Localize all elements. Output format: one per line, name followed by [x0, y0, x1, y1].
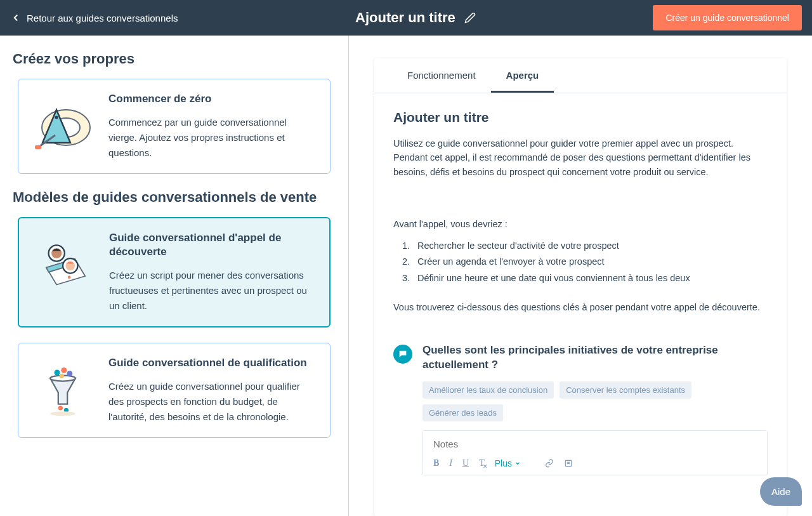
link-icon[interactable] [545, 459, 554, 468]
step-item: Définir une heure et une date qui vous c… [412, 270, 768, 286]
notes-editor: B I U T✕ Plus [422, 430, 768, 475]
section-create-own: Créez vos propres [13, 51, 336, 67]
svg-point-13 [67, 371, 72, 377]
page-title-group[interactable]: Ajouter un titre [355, 10, 476, 26]
italic-button[interactable]: I [449, 458, 452, 468]
section-sales-templates: Modèles de guides conversationnels de ve… [13, 189, 336, 206]
step-item: Créer un agenda et l'envoyer à votre pro… [412, 254, 768, 270]
back-link[interactable]: Retour aux guides conversationnels [10, 12, 178, 23]
notes-input[interactable] [423, 431, 767, 454]
svg-point-11 [55, 370, 60, 376]
help-button[interactable]: Aide [760, 477, 802, 506]
rich-text-toolbar: B I U T✕ Plus [423, 454, 767, 475]
preview-intro: Utilisez ce guide conversationnel pour g… [393, 136, 768, 179]
card-title: Guide conversationnel de qualification [108, 356, 317, 370]
page-title: Ajouter un titre [355, 10, 455, 26]
bold-button[interactable]: B [433, 458, 439, 468]
svg-point-15 [58, 406, 63, 410]
card-qualification[interactable]: Guide conversationnel de qualification C… [18, 343, 331, 438]
card-desc: Créez un script pour mener des conversat… [109, 268, 317, 314]
clear-format-button[interactable]: T✕ [479, 458, 485, 468]
question-text: Quelles sont les principales initiatives… [422, 343, 768, 373]
chevron-left-icon [10, 12, 22, 23]
snippet-icon[interactable] [564, 459, 573, 468]
answer-tag[interactable]: Conserver les comptes existants [560, 381, 691, 399]
step-item: Rechercher le secteur d'activité de votr… [412, 238, 768, 254]
preview-title: Ajouter un titre [393, 110, 768, 125]
underline-button[interactable]: U [462, 458, 469, 468]
svg-point-12 [61, 367, 67, 373]
question-block: Quelles sont les principales initiatives… [393, 343, 768, 475]
chevron-down-icon [514, 460, 521, 466]
templates-panel: Créez vos propres Commencer de zéro Comm… [0, 36, 349, 516]
before-call-label: Avant l'appel, vous devriez : [393, 217, 768, 231]
tab-preview[interactable]: Aperçu [491, 58, 554, 93]
card-desc: Créez un guide conversationnel pour qual… [108, 379, 317, 425]
svg-point-9 [68, 276, 71, 279]
svg-rect-4 [35, 145, 41, 149]
edit-icon [464, 12, 476, 23]
answer-tag[interactable]: Améliorer les taux de conclusion [422, 381, 554, 399]
create-guide-button[interactable]: Créer un guide conversationnel [653, 5, 802, 30]
conversation-avatars-icon [32, 236, 95, 314]
card-title: Commencer de zéro [108, 92, 317, 106]
card-desc: Commencez par un guide conversationnel v… [108, 115, 317, 161]
svg-point-14 [60, 374, 64, 378]
card-title: Guide conversationnel d'appel de découve… [109, 231, 317, 259]
back-link-label: Retour aux guides conversationnels [27, 13, 178, 23]
card-discovery-call[interactable]: Guide conversationnel d'appel de découve… [18, 217, 331, 327]
svg-point-17 [50, 411, 75, 416]
answer-tags: Améliorer les taux de conclusion Conserv… [422, 381, 768, 421]
answer-tag[interactable]: Générer des leads [422, 404, 503, 421]
svg-point-2 [55, 116, 58, 119]
card-start-from-scratch[interactable]: Commencer de zéro Commencez par un guide… [18, 79, 331, 174]
ruler-tools-icon [31, 97, 95, 161]
chat-bubble-icon [393, 345, 412, 364]
more-options-button[interactable]: Plus [495, 458, 521, 468]
before-call-steps: Rechercher le secteur d'activité de votr… [412, 238, 768, 286]
preview-panel: Fonctionnement Aperçu Ajouter un titre U… [349, 36, 812, 516]
below-text: Vous trouverez ci-dessous des questions … [393, 300, 768, 314]
funnel-icon [31, 361, 95, 425]
tab-how-it-works[interactable]: Fonctionnement [392, 58, 491, 93]
